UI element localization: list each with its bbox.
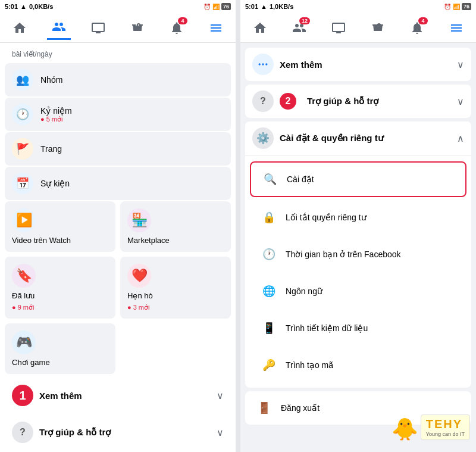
marketplace-icon: 🏪: [127, 208, 151, 232]
trang-icon: 🚩: [12, 138, 33, 160]
nav-watch-right[interactable]: [327, 16, 350, 40]
cai-dat-search-icon: 🔍: [261, 170, 280, 189]
grid-mid: 🔖 Đã lưu ● 9 mới ❤️ Hẹn hò ● 3 mới: [5, 257, 231, 319]
time-right: 5:01: [245, 3, 258, 10]
loi-tat-label: Lối tắt quyền riêng tư: [286, 213, 367, 222]
cai-dat-label-right: Cài đặt & quyền riêng tư: [280, 133, 384, 144]
grid-video-watch[interactable]: ▶️ Video trên Watch: [5, 201, 115, 252]
signal-icon-right: ▲: [261, 3, 267, 10]
loi-tat-icon: 🔒: [259, 208, 278, 227]
trang-label: Trang: [40, 144, 62, 154]
settings-trinh-tiet-kiem[interactable]: 📱 Trình tiết kiệm dữ liệu: [250, 311, 466, 345]
menu-item-nhom[interactable]: 👥 Nhóm: [5, 63, 231, 96]
settings-ngon-ngu[interactable]: 🌐 Ngôn ngữ: [250, 275, 466, 308]
alarm-icon-right: ⏰: [444, 4, 451, 10]
duck-emoji: 🐥: [392, 419, 418, 440]
nav-home-left[interactable]: [8, 16, 32, 40]
number-badge-1: 1: [12, 385, 33, 406]
da-luu-label: Đã lưu: [12, 291, 108, 300]
nav-menu-left[interactable]: [204, 16, 228, 40]
chevron-tro-giup-right: ∨: [457, 96, 464, 107]
ky-niem-sub: ● 5 mới: [40, 116, 72, 123]
nav-bell-right[interactable]: 4: [405, 16, 429, 40]
xem-them-label-right: Xem thêm: [280, 60, 322, 70]
grid-top: ▶️ Video trên Watch 🏪 Marketplace: [5, 201, 231, 252]
tehy-watermark: 🐥 TEHY Young can do IT: [392, 414, 470, 440]
grid-hen-do[interactable]: ❤️ Hẹn hò ● 3 mới: [120, 257, 231, 319]
xem-them-icon-right: [252, 54, 274, 75]
battery-left: 76: [221, 3, 231, 10]
nav-bar-left: 4: [0, 13, 236, 43]
video-watch-icon: ▶️: [12, 208, 36, 232]
section-cai-dat-header-right[interactable]: ⚙️ Cài đặt & quyền riêng tư ∧: [245, 121, 471, 155]
da-luu-icon: 🔖: [12, 264, 36, 288]
grid-choi-game[interactable]: 🎮 Chơi game: [5, 323, 115, 374]
chevron-xem-them-right: ∨: [457, 59, 464, 70]
nav-menu-right[interactable]: [444, 16, 468, 40]
nav-bell-left[interactable]: 4: [165, 16, 189, 40]
nav-watch-left[interactable]: [86, 16, 110, 40]
signal-bars-left: 📶: [212, 4, 220, 10]
network-left: 0,0KB/s: [29, 3, 53, 10]
section-cai-dat-expanded: ⚙️ Cài đặt & quyền riêng tư ∧ 🔍 Cài đặt …: [245, 121, 471, 388]
nav-friends-right[interactable]: 12: [287, 16, 311, 40]
menu-item-ky-niem[interactable]: 🕐 Kỷ niệm ● 5 mới: [5, 98, 231, 131]
tro-giup-icon-right: ?: [252, 91, 274, 112]
section-tro-giup-right[interactable]: ? 2 Trợ giúp & hỗ trợ ∨: [245, 85, 471, 118]
nav-friends-left[interactable]: [47, 16, 71, 40]
section-xem-them-left[interactable]: 1 Xem thêm ∨: [5, 379, 231, 412]
nav-marketplace-right[interactable]: [366, 16, 390, 40]
nhom-icon: 👥: [12, 69, 33, 91]
svg-point-0: [259, 63, 261, 65]
settings-loi-tat[interactable]: 🔒 Lối tắt quyền riêng tư: [250, 201, 466, 234]
cai-dat-icon-right: ⚙️: [252, 127, 274, 149]
battery-right: 76: [462, 3, 471, 10]
nav-home-right[interactable]: [248, 16, 272, 40]
alarm-icon: ⏰: [203, 4, 211, 10]
chevron-xem-them-left: ∨: [217, 390, 224, 401]
post-per-day: bài viết/ngày: [5, 48, 231, 63]
menu-item-trang[interactable]: 🚩 Trang: [5, 132, 231, 166]
trinh-tao-ma-icon: 🔑: [259, 356, 278, 375]
chevron-tro-giup-left: ∨: [217, 427, 224, 438]
cai-dat-item-label: Cài đặt: [287, 174, 314, 184]
da-luu-sub: ● 9 mới: [12, 304, 108, 311]
chevron-cai-dat-right: ∧: [457, 133, 464, 144]
marketplace-label: Marketplace: [127, 236, 224, 245]
hen-do-icon: ❤️: [127, 264, 151, 288]
signal-bars-right: 📶: [453, 4, 460, 10]
settings-cai-dat[interactable]: 🔍 Cài đặt: [250, 161, 466, 197]
thoi-gian-label: Thời gian bạn ở trên Facebook: [286, 250, 401, 259]
xem-them-label-left: Xem thêm: [39, 391, 82, 401]
time-left: 5:01: [5, 3, 18, 10]
ky-niem-icon: 🕐: [12, 104, 33, 125]
section-xem-them-right[interactable]: Xem thêm ∨: [245, 48, 471, 81]
hen-do-sub: ● 3 mới: [127, 304, 224, 311]
trinh-tiet-kiem-label: Trình tiết kiệm dữ liệu: [286, 323, 368, 333]
settings-thoi-gian[interactable]: 🕐 Thời gian bạn ở trên Facebook: [250, 238, 466, 271]
choi-game-label: Chơi game: [12, 358, 108, 367]
dang-xuat-label-right: Đăng xuất: [281, 403, 320, 413]
status-bar-left: 5:01 ▲ 0,0KB/s ⏰ 📶 76: [0, 0, 236, 13]
trinh-tao-ma-label: Trình tạo mã: [286, 360, 333, 370]
section-tro-giup-left[interactable]: ? Trợ giúp & hỗ trợ ∨: [5, 416, 231, 449]
svg-point-1: [262, 63, 264, 65]
su-kien-icon: 📅: [12, 173, 33, 194]
friends-badge-right: 12: [299, 17, 310, 24]
grid-empty: [120, 323, 231, 374]
cai-dat-expanded-content: 🔍 Cài đặt 🔒 Lối tắt quyền riêng tư 🕐 Thờ…: [245, 155, 471, 388]
settings-trinh-tao-ma[interactable]: 🔑 Trình tạo mã: [250, 348, 466, 382]
nhom-label: Nhóm: [40, 75, 62, 85]
grid-marketplace[interactable]: 🏪 Marketplace: [120, 201, 231, 252]
tro-giup-label-left: Trợ giúp & hỗ trợ: [39, 427, 111, 438]
tehy-brand: TEHY: [426, 417, 465, 431]
grid-da-luu[interactable]: 🔖 Đã lưu ● 9 mới: [5, 257, 115, 319]
menu-item-su-kien[interactable]: 📅 Sự kiện: [5, 167, 231, 200]
ky-niem-label: Kỷ niệm: [40, 106, 72, 116]
tro-giup-icon-left: ?: [12, 422, 33, 443]
ngon-ngu-icon: 🌐: [259, 282, 278, 301]
number-badge-2: 2: [280, 93, 296, 110]
nav-marketplace-left[interactable]: [126, 16, 149, 40]
signal-icon: ▲: [20, 3, 27, 10]
video-watch-label: Video trên Watch: [12, 236, 108, 245]
